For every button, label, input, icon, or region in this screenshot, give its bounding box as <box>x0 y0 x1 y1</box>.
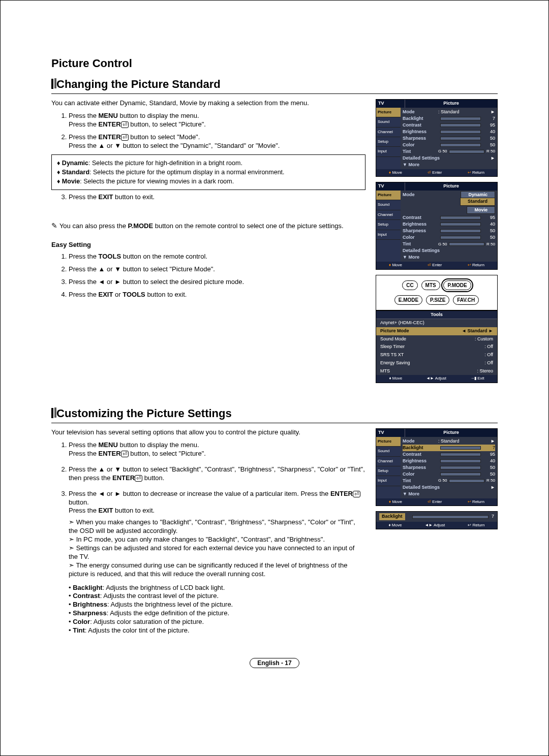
easy-steps: Press the TOOLS button on the remote con… <box>51 253 365 299</box>
osd-picture-3: TVPicture Picture Sound Channel Setup In… <box>376 428 498 506</box>
osd-picture-2: TVPicture Picture Sound Channel Setup In… <box>376 182 498 269</box>
enter-icon: ⏎ <box>121 451 129 457</box>
page-title: Picture Control <box>51 56 498 71</box>
note-pmode: You can also press the P.MODE button on … <box>51 221 365 231</box>
enter-icon: ⏎ <box>353 491 360 497</box>
mode-box: Dynamic: Selects the picture for high-de… <box>51 154 365 191</box>
enter-icon: ⏎ <box>135 475 142 482</box>
steps-1: Press the MENU button to display the men… <box>51 112 365 150</box>
intro-2: Your television has several setting opti… <box>51 428 365 437</box>
enter-icon: ⏎ <box>121 134 129 141</box>
section-title-2: Customizing the Picture Settings <box>51 406 498 424</box>
steps-2: Press the MENU button to display the men… <box>51 441 365 635</box>
section-title-1: Changing the Picture Standard <box>51 77 498 94</box>
osd-picture-1: TVPicture Picture Sound Channel Setup In… <box>376 99 498 177</box>
intro-1: You can activate either Dynamic, Standar… <box>51 99 365 108</box>
enter-icon: ⏎ <box>121 121 129 128</box>
steps-1b: Press the EXIT button to exit. <box>51 193 365 202</box>
easy-setting-title: Easy Setting <box>51 241 365 249</box>
remote-buttons: CC MTS P.MODE E.MODE P.SIZE FAV.CH <box>376 275 498 310</box>
osd-backlight-bar: Backlight7 ♦ Move◄► Adjust↩ Return <box>376 511 498 529</box>
page-footer: English - 17 <box>51 659 498 668</box>
osd-tools: Tools Anynet+ (HDMI-CEC) Picture Mode◄ S… <box>376 310 498 383</box>
